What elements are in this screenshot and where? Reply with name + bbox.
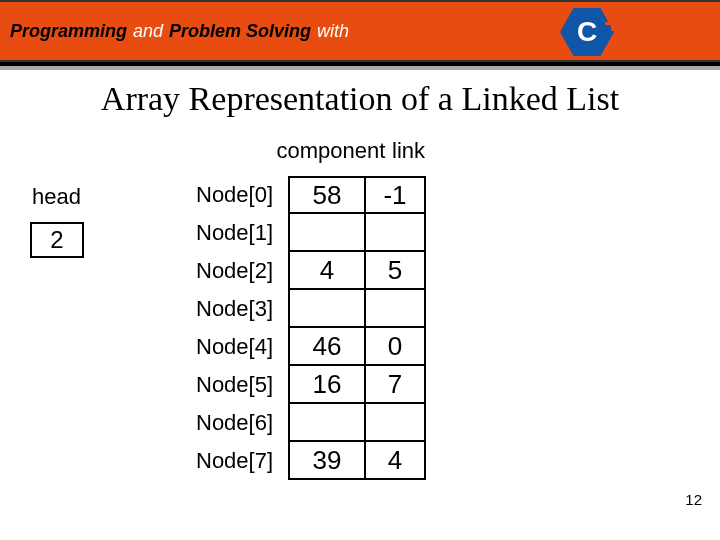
table-row: Node[5] 16 7 [196, 366, 426, 404]
cell-link [366, 404, 426, 442]
cell-component: 39 [288, 442, 366, 480]
banner-text: Programming and Problem Solving with [10, 21, 349, 42]
table-row: Node[0] 58 -1 [196, 176, 426, 214]
banner-with: with [317, 21, 349, 42]
cell-link: 4 [366, 442, 426, 480]
node-label: Node[5] [196, 372, 288, 398]
cpp-c: C [577, 16, 597, 48]
cell-component: 58 [288, 176, 366, 214]
head-value-box: 2 [30, 222, 84, 258]
table-row: Node[7] 39 4 [196, 442, 426, 480]
cell-link [366, 214, 426, 252]
cell-component: 4 [288, 252, 366, 290]
slide-content: component link head 2 Node[0] 58 -1 Node… [0, 118, 720, 518]
table-row: Node[2] 4 5 [196, 252, 426, 290]
book-banner: Programming and Problem Solving with C +… [0, 0, 720, 62]
cell-link [366, 290, 426, 328]
banner-word-problem-solving: Problem Solving [169, 21, 311, 42]
nodes-table: Node[0] 58 -1 Node[1] Node[2] 4 5 Node[3… [196, 176, 426, 480]
head-value: 2 [50, 226, 63, 254]
cpp-logo: C ++ [560, 8, 630, 58]
head-label: head [32, 184, 81, 210]
node-label: Node[4] [196, 334, 288, 360]
node-label: Node[7] [196, 448, 288, 474]
banner-underline [0, 62, 720, 66]
table-row: Node[1] [196, 214, 426, 252]
banner-word-programming: Programming [10, 21, 127, 42]
cpp-plusplus: ++ [604, 6, 631, 40]
cell-component: 46 [288, 328, 366, 366]
cell-component [288, 404, 366, 442]
table-row: Node[6] [196, 404, 426, 442]
slide-number: 12 [685, 491, 702, 508]
cell-component [288, 290, 366, 328]
column-headers: component link [276, 138, 442, 164]
slide-title: Array Representation of a Linked List [0, 80, 720, 118]
node-label: Node[6] [196, 410, 288, 436]
cell-link: 0 [366, 328, 426, 366]
cell-link: 7 [366, 366, 426, 404]
banner-and: and [133, 21, 163, 42]
header-link: link [392, 138, 442, 164]
cell-link: -1 [366, 176, 426, 214]
node-label: Node[0] [196, 182, 288, 208]
node-label: Node[1] [196, 220, 288, 246]
cell-link: 5 [366, 252, 426, 290]
table-row: Node[4] 46 0 [196, 328, 426, 366]
header-component: component [276, 138, 386, 164]
node-label: Node[2] [196, 258, 288, 284]
cell-component [288, 214, 366, 252]
cell-component: 16 [288, 366, 366, 404]
node-label: Node[3] [196, 296, 288, 322]
table-row: Node[3] [196, 290, 426, 328]
